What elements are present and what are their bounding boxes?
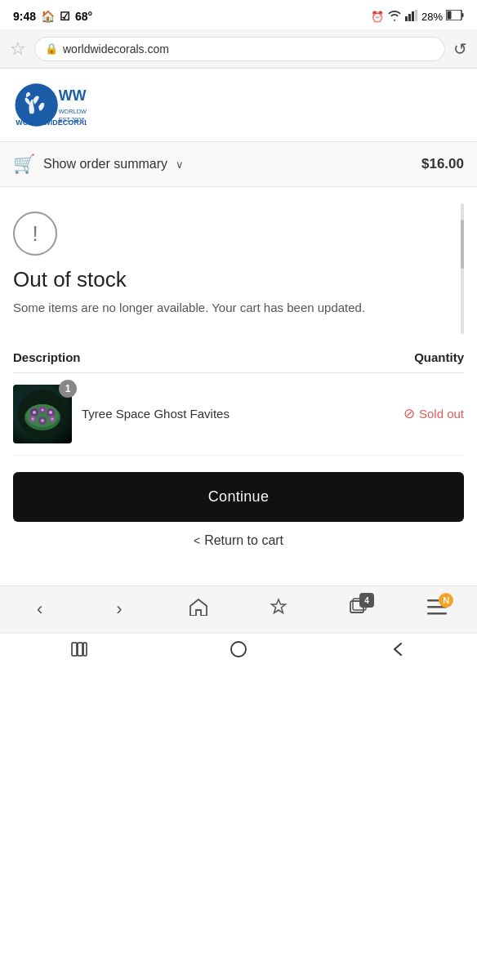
svg-rect-3 [415, 10, 417, 21]
svg-point-26 [51, 417, 54, 420]
svg-point-21 [33, 411, 36, 414]
alert-icon-circle: ! [13, 212, 57, 256]
svg-text:WWC: WWC [59, 87, 87, 104]
browser-menu-button[interactable]: N [419, 591, 455, 627]
browser-back-button[interactable]: ‹ [22, 591, 58, 627]
quantity-badge: 1 [59, 380, 77, 398]
cart-table-header: Description Quantity [13, 342, 464, 373]
svg-rect-34 [83, 643, 87, 656]
svg-point-35 [231, 642, 246, 657]
android-home-icon[interactable] [230, 640, 247, 662]
wwc-logo-svg: WORLDWIDECORALS WWC WORLDWIDECORALS EST.… [13, 78, 87, 131]
no-symbol-icon: ⊘ [403, 405, 415, 422]
status-bar: 9:48 🏠 ☑ 68° ⏰ 28% [0, 0, 477, 29]
wifi-icon [387, 10, 402, 24]
svg-rect-1 [408, 14, 411, 21]
scroll-thumb [461, 220, 464, 269]
cart-icon: 🛒 [13, 154, 35, 175]
exclamation-icon: ! [32, 223, 38, 244]
url-text: worldwidecorals.com [63, 42, 169, 56]
cart-table: Description Quantity [13, 342, 464, 456]
svg-point-25 [32, 417, 34, 420]
bookmark-star-icon[interactable]: ☆ [10, 38, 26, 60]
back-arrow-icon: ‹ [37, 599, 42, 620]
return-cart-label: Return to cart [204, 533, 283, 548]
cart-table-body: 1 Tyree Space Ghost Favites ⊘ Sold out [13, 372, 464, 455]
signal-icon [405, 10, 418, 24]
browser-tabs-button[interactable]: 4 [340, 591, 376, 627]
scroll-indicator [461, 203, 464, 334]
bottom-nav: ‹ › 4 N [0, 586, 477, 633]
order-summary-left: 🛒 Show order summary ∨ [13, 154, 184, 175]
svg-rect-2 [412, 11, 414, 21]
svg-text:EST.2006: EST.2006 [59, 116, 85, 123]
status-left: 9:48 🏠 ☑ 68° [13, 10, 92, 23]
product-cell-td: 1 Tyree Space Ghost Favites [13, 372, 365, 455]
alert-message: Some items are no longer available. Your… [13, 299, 405, 318]
alert-section: ! Out of stock Some items are no longer … [13, 203, 464, 334]
svg-point-23 [49, 411, 52, 414]
continue-button[interactable]: Continue [13, 472, 464, 522]
order-summary-bar[interactable]: 🛒 Show order summary ∨ $16.00 [0, 142, 477, 187]
svg-text:WORLDWIDECORALS: WORLDWIDECORALS [59, 108, 87, 115]
return-to-cart-link[interactable]: < Return to cart [13, 522, 464, 559]
sold-out-cell: ⊘ Sold out [365, 372, 464, 455]
sold-out-label: Sold out [419, 407, 464, 421]
product-name: Tyree Space Ghost Favites [82, 407, 230, 421]
svg-rect-33 [78, 643, 82, 656]
battery-percent: 28% [421, 11, 443, 23]
lock-icon: 🔒 [45, 42, 58, 55]
forward-arrow-icon: › [116, 599, 122, 620]
status-right: ⏰ 28% [371, 10, 464, 24]
site-header: WORLDWIDECORALS WWC WORLDWIDECORALS EST.… [0, 69, 477, 142]
svg-rect-6 [448, 11, 452, 20]
svg-rect-31 [427, 612, 447, 615]
bookmark-icon [270, 598, 288, 621]
svg-point-24 [41, 419, 44, 422]
chevron-down-icon: ∨ [176, 158, 184, 171]
alarm-icon: ⏰ [371, 11, 384, 23]
notification-badge: N [439, 593, 453, 608]
home-icon: 🏠 [41, 10, 55, 23]
product-image-wrapper: 1 [13, 385, 72, 443]
status-time: 9:48 [13, 10, 36, 23]
main-content: ! Out of stock Some items are no longer … [0, 187, 477, 586]
home-icon [189, 598, 208, 621]
svg-point-22 [42, 408, 44, 411]
url-box[interactable]: 🔒 worldwidecorals.com [34, 37, 445, 61]
browser-bar: ☆ 🔒 worldwidecorals.com ↺ [0, 29, 477, 69]
order-total: $16.00 [421, 156, 464, 172]
battery-icon [446, 10, 464, 23]
android-back-icon[interactable] [390, 642, 406, 661]
sold-out-badge: ⊘ Sold out [365, 405, 464, 422]
col-quantity: Quantity [365, 342, 464, 373]
site-logo[interactable]: WORLDWIDECORALS WWC WORLDWIDECORALS EST.… [13, 78, 87, 131]
temperature: 68° [75, 10, 92, 23]
table-row: 1 Tyree Space Ghost Favites ⊘ Sold out [13, 372, 464, 455]
svg-rect-32 [72, 643, 77, 656]
browser-forward-button[interactable]: › [101, 591, 137, 627]
android-recent-icon[interactable] [71, 642, 87, 661]
order-summary-label: Show order summary [43, 157, 167, 172]
browser-home-button[interactable] [181, 591, 216, 627]
col-description: Description [13, 342, 365, 373]
tabs-count-badge: 4 [359, 593, 374, 608]
button-section: Continue < Return to cart [13, 456, 464, 569]
chevron-left-icon: < [194, 534, 200, 547]
product-coral-svg [18, 390, 67, 439]
notification-icon: ☑ [60, 10, 70, 23]
alert-title: Out of stock [13, 267, 464, 292]
product-cell: 1 Tyree Space Ghost Favites [13, 385, 365, 443]
svg-rect-5 [462, 13, 464, 17]
android-nav-bar [0, 633, 477, 669]
svg-rect-0 [405, 16, 408, 21]
browser-bookmark-button[interactable] [261, 591, 296, 627]
refresh-icon[interactable]: ↺ [453, 39, 467, 59]
